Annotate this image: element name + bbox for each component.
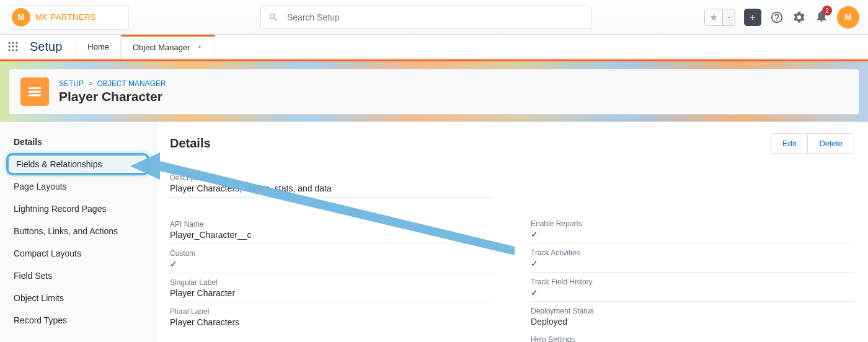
field-label-singular: Singular Label [170,278,494,287]
search-icon [268,12,278,22]
sidebar-item-buttons[interactable]: Buttons, Links, and Actions [0,220,156,242]
global-header: M MK PARTNERS Search Setup 2 M [0,0,868,35]
field-value-description: Player Characters, sheets, stats, and da… [170,183,494,193]
org-switcher[interactable]: M MK PARTNERS [9,5,129,30]
field-value-plural: Player Characters [170,317,494,327]
field-value-activities: ✓ [531,258,854,268]
favorites-menu[interactable] [704,9,735,26]
field-label-deployment: Deployment Status [531,307,854,315]
sidebar-item-object-limits[interactable]: Object Limits [0,287,156,309]
page-header: SETUP > OBJECT MANAGER Player Character [9,69,859,115]
field-value-singular: Player Character [170,288,494,298]
breadcrumb: SETUP > OBJECT MANAGER [59,79,166,88]
global-add-button[interactable] [744,9,761,26]
sidebar-item-record-types[interactable]: Record Types [0,309,156,331]
field-label-plural: Plural Label [170,307,494,316]
svg-point-6 [9,49,11,51]
field-label-reports: Enable Reports [531,219,854,228]
left-column: Description Player Characters, sheets, s… [170,171,494,342]
field-value-history: ✓ [531,287,854,297]
svg-point-2 [16,42,17,44]
chevron-down-icon [196,43,203,51]
banner: SETUP > OBJECT MANAGER Player Character [0,61,868,122]
sidebar-item-lightning[interactable]: Lightning Record Pages [0,198,156,220]
nav-home[interactable]: Home [76,35,121,58]
page-title: Player Character [59,89,166,104]
chevron-down-icon [726,14,732,20]
breadcrumb-object-manager[interactable]: OBJECT MANAGER [97,79,166,88]
star-icon [709,13,718,22]
delete-button[interactable]: Delete [808,133,854,154]
gear-icon[interactable] [792,11,806,24]
field-value-reports: ✓ [531,229,854,239]
field-label-custom: Custom [170,249,494,258]
field-label-api: API Name [170,220,494,229]
nav-item-label: Object Manager [133,43,190,52]
avatar[interactable]: M [837,6,859,28]
svg-point-7 [12,49,14,51]
svg-point-4 [12,45,14,47]
field-label-activities: Track Activities [531,248,854,257]
svg-point-0 [9,42,11,44]
field-value-api: Player_Character__c [170,230,494,240]
help-icon[interactable] [770,11,784,24]
right-column: Enable Reports ✓ Track Activities ✓ Trac… [531,171,854,342]
field-label-description: Description [170,173,494,182]
action-buttons: Edit Delete [771,133,854,154]
breadcrumb-setup[interactable]: SETUP [59,79,84,88]
app-nav: Setup Home Object Manager [0,35,868,59]
waffle-icon [7,40,19,53]
field-value-deployment: Deployed [531,317,854,327]
svg-point-8 [16,49,17,51]
sidebar-item-fields[interactable]: Fields & Relationships [6,153,149,175]
edit-button[interactable]: Edit [771,133,808,154]
breadcrumb-separator: > [88,79,92,88]
app-launcher-button[interactable] [0,40,26,53]
app-name: Setup [26,40,76,54]
search-input[interactable]: Search Setup [260,6,592,29]
svg-point-5 [16,45,17,47]
svg-point-1 [12,42,14,44]
svg-point-3 [9,45,11,47]
notification-badge: 2 [822,6,832,15]
sidebar-item-compact[interactable]: Compact Layouts [0,242,156,265]
field-label-help: Help Settings [531,335,854,342]
sidebar-item-page-layouts[interactable]: Page Layouts [0,175,156,198]
field-value-custom: ✓ [170,259,494,269]
object-icon [20,77,49,106]
org-name: MK PARTNERS [35,12,96,22]
org-logo-icon: M [12,8,30,27]
sidebar-item-details[interactable]: Details [0,131,156,153]
field-label-history: Track Field History [531,278,854,286]
search-placeholder: Search Setup [287,12,340,22]
sidebar-item-field-sets[interactable]: Field Sets [0,265,156,287]
plus-icon [748,13,757,22]
notifications-button[interactable]: 2 [815,9,828,25]
sidebar: Details Fields & Relationships Page Layo… [0,122,156,342]
nav-object-manager[interactable]: Object Manager [121,35,216,58]
main-panel: Details Edit Delete Description Player C… [156,122,868,342]
section-title: Details [170,136,211,151]
